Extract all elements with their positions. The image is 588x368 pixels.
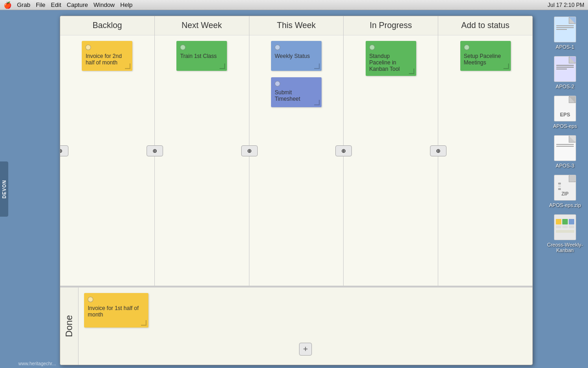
desktop-icons: APOS-1 APOS-2 EPS (542, 10, 588, 368)
desktop-icon-apos-1[interactable]: APOS-1 (544, 14, 586, 52)
card-setup-paceline[interactable]: Setup Paceline Meetings (460, 41, 511, 71)
desktop-icon-apos-2[interactable]: APOS-2 (544, 53, 586, 91)
apos-2-label: APOS-2 (556, 84, 574, 89)
menu-edit[interactable]: Edit (51, 1, 61, 8)
done-label-container: Done (60, 288, 79, 365)
card-train[interactable]: Train 1st Class (176, 41, 227, 71)
column-body-this-week: Weekly Status Submit Timesheet (249, 35, 344, 286)
card-dot (369, 45, 375, 50)
desktop-icon-apos-eps-zip[interactable]: ZIP APOS-eps.zip (544, 172, 586, 210)
menu-bar-right: Jul 17 2:10 PM (548, 2, 584, 8)
apos-eps-label: APOS-eps (553, 123, 577, 129)
card-text: Invoice for 2nd half of month (85, 53, 122, 66)
column-add-to-status: Add to status Setup Paceline Meetings ⊕ (438, 16, 532, 286)
menu-datetime: Jul 17 2:10 PM (548, 2, 584, 8)
done-label-text: Done (64, 315, 74, 337)
card-weekly-status[interactable]: Weekly Status (271, 41, 322, 71)
desktop-icon-kanban[interactable]: Creoss-Weekly-Kanban (544, 212, 586, 255)
column-body-next-week: Train 1st Class (155, 35, 249, 286)
apos-eps-zip-label: APOS-eps.zip (549, 202, 581, 208)
desktop-icon-apos-3[interactable]: APOS-3 (544, 132, 586, 170)
apos-1-label: APOS-1 (556, 44, 574, 50)
add-column-left-add-to-status[interactable]: ⊕ (430, 145, 447, 156)
column-body-backlog: Invoice for 2nd half of month (60, 35, 154, 286)
kanban-label: Creoss-Weekly-Kanban (546, 242, 584, 253)
card-text: Submit Timesheet (275, 89, 300, 102)
column-header-add-to-status: Add to status (438, 16, 532, 35)
bottom-url: www.heritagechr... (18, 361, 56, 366)
card-text: Weekly Status (275, 53, 310, 59)
column-next-week: Next Week Train 1st Class ⊕ (155, 16, 249, 286)
kanban-window: Backlog Invoice for 2nd half of month ⊕ … (60, 16, 533, 365)
done-add-button[interactable]: + (299, 343, 312, 356)
card-dot (88, 297, 93, 302)
apos-eps-zip-icon: ZIP (551, 174, 579, 201)
devon-label: DEVON (2, 180, 7, 199)
kanban-board: Backlog Invoice for 2nd half of month ⊕ … (60, 16, 532, 287)
done-body: Invoice for 1st half of month + (79, 288, 532, 365)
menu-help[interactable]: Help (120, 1, 133, 8)
card-dot (85, 45, 91, 50)
apple-menu[interactable]: 🍎 (4, 1, 11, 9)
add-column-left-in-progress[interactable]: ⊕ (335, 145, 352, 156)
column-header-in-progress: In Progress (344, 16, 438, 35)
card-text: Setup Paceline Meetings (464, 53, 501, 66)
menu-capture[interactable]: Capture (67, 1, 88, 8)
card-dot (275, 81, 280, 86)
apos-eps-icon: EPS (551, 95, 579, 122)
done-section: Done Invoice for 1st half of month + (60, 287, 532, 365)
add-column-left-next-week[interactable]: ⊕ (147, 145, 163, 156)
card-text: Standup Paceline in Kanban Tool (369, 53, 400, 72)
column-header-next-week: Next Week (155, 16, 249, 35)
card-dot (180, 45, 186, 50)
column-body-in-progress: Standup Paceline in Kanban Tool (344, 35, 438, 286)
apos-3-label: APOS-3 (556, 163, 574, 168)
menu-bar: 🍎 Grab File Edit Capture Window Help Jul… (0, 0, 588, 10)
column-header-backlog: Backlog (60, 16, 154, 35)
apos-3-icon (551, 134, 579, 162)
column-header-this-week: This Week (249, 16, 344, 35)
kanban-icon (551, 213, 579, 241)
column-this-week: This Week Weekly Status Submit Timesheet… (249, 16, 344, 286)
card-invoice-1st[interactable]: Invoice for 1st half of month (84, 293, 148, 328)
menu-grab[interactable]: Grab (17, 1, 30, 8)
devon-tab[interactable]: DEVON (0, 161, 8, 217)
desktop-icon-apos-eps[interactable]: EPS APOS-eps (544, 93, 586, 131)
desktop: DEVON Backlog Invoice for 2nd half of mo… (0, 10, 588, 368)
apos-2-icon (551, 55, 579, 83)
card-submit-timesheet[interactable]: Submit Timesheet (271, 77, 322, 107)
column-backlog: Backlog Invoice for 2nd half of month ⊕ (60, 16, 155, 286)
card-invoice-2nd[interactable]: Invoice for 2nd half of month (82, 41, 132, 71)
card-text: Invoice for 1st half of month (88, 305, 139, 318)
add-column-left-this-week[interactable]: ⊕ (241, 145, 258, 156)
menu-window[interactable]: Window (94, 1, 115, 8)
column-in-progress: In Progress Standup Paceline in Kanban T… (344, 16, 438, 286)
apos-1-icon (551, 16, 579, 43)
card-text: Train 1st Class (180, 53, 217, 59)
card-dot (275, 45, 280, 50)
card-standup[interactable]: Standup Paceline in Kanban Tool (366, 41, 416, 76)
add-column-left-backlog[interactable]: ⊕ (60, 145, 68, 156)
card-dot (464, 45, 469, 50)
menu-file[interactable]: File (36, 1, 45, 8)
column-body-add-to-status: Setup Paceline Meetings (438, 35, 532, 286)
